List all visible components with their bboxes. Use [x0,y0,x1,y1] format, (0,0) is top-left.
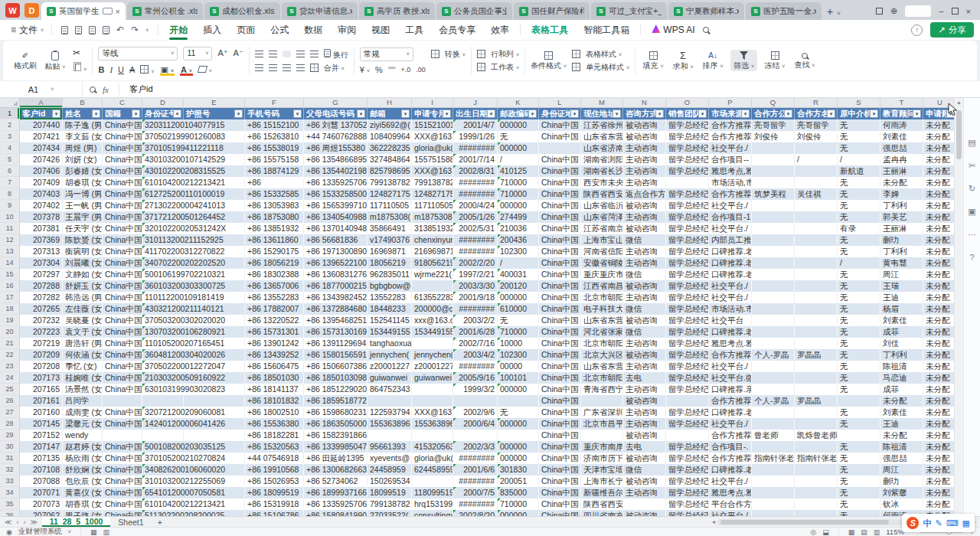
cell-F4[interactable]: +86 15538019 [245,142,304,154]
cell-J12[interactable]: ######## [453,234,498,246]
cell-P3[interactable]: 合作方推荐 [709,131,752,142]
new-document-button[interactable]: + [823,5,837,20]
cell-O31[interactable]: 留学总经纪 [666,453,709,464]
cell-U17[interactable]: 未分配 [923,292,954,303]
cell-O34[interactable]: 留学总经纪 [666,487,709,498]
cell-K20[interactable]: 710000 [498,326,539,338]
cell-B26[interactable]: 吕同学 [63,395,103,407]
row-header-27[interactable]: 27 [0,407,20,418]
cell-L21[interactable]: China中国 [539,338,581,349]
cell-G35[interactable]: +86 1335925706 [304,498,368,510]
cell-C3[interactable]: China中国 [103,131,142,142]
currency-button[interactable]: ¥ ˅ [360,66,370,74]
row-header-17[interactable]: 17 [0,292,20,303]
cell-S15[interactable]: 无 [838,269,880,280]
break-view-icon[interactable]: ▥ [874,528,880,536]
cell-I11[interactable]: 3138519326 [412,223,453,234]
cell-D4[interactable]: 370105199411221118 [142,142,184,154]
align-left-button[interactable] [255,64,263,71]
cell-C24[interactable]: China中国 [103,372,142,384]
share-button[interactable]: ↗分享 [930,22,974,38]
copy-button[interactable]: ˅ [73,63,87,74]
close-window-button[interactable]: × [966,7,971,16]
cell-G15[interactable]: +86 1360831276 [304,269,368,280]
cell-P17[interactable]: 社交平台./ [709,292,752,303]
cell-L31[interactable]: China中国 [539,453,581,464]
cell-A35[interactable]: 207073 [20,498,63,510]
cell-J3[interactable]: 1999/1/26 [453,131,498,142]
save-icon[interactable] [61,26,68,34]
row-header-26[interactable]: 26 [0,395,20,407]
strikethrough-button[interactable]: A [129,66,135,74]
cell-K15[interactable]: 400031 [498,269,539,280]
cell-K36[interactable]: 000000 [498,510,539,516]
cell-M31[interactable]: 济南市历下 [581,453,623,464]
cell-L19[interactable]: China中国 [539,315,581,326]
file-menu[interactable]: ≡ 文件 ˅ [6,24,48,37]
row-header-23[interactable]: 23 [0,361,20,372]
column-header-G[interactable]: G [304,98,368,107]
cell-I6[interactable]: XXX@163.( [412,165,453,177]
cell-M23[interactable]: 山东省东营 [581,361,623,372]
cell-I15[interactable]: wjrme221( [412,269,453,280]
cell-U15[interactable]: 未分配 [923,269,954,280]
cell-O18[interactable]: 留学总经纪 [666,303,709,315]
cell-M30[interactable]: 重庆市南岸 [581,441,623,453]
cell-M11[interactable]: 江苏省南京 [581,223,623,234]
maximize-button[interactable] [952,8,959,15]
cell-H32[interactable]: 24458959 [368,464,412,476]
cell-S23[interactable]: 无 [838,361,880,372]
cell-P23[interactable]: 社交平台./ [709,361,752,372]
cell-I3[interactable]: XXX@163.c [412,131,453,142]
cell-O15[interactable]: 留学总经纪 [666,269,709,280]
cell-P13[interactable]: 口碑推荐.老 [709,246,752,257]
cell-M26[interactable] [581,395,623,407]
cell-B33[interactable]: 包欣辰 (女 [63,476,103,487]
cell-I31[interactable]: gloria@uk( [412,453,453,464]
more-panels-icon[interactable]: ⋯ [968,230,976,240]
cell-C28[interactable]: China中国 [103,418,142,430]
column-header-E[interactable]: E [184,98,245,107]
cell-O36[interactable]: 留学总经纪 [666,510,709,516]
cell-H30[interactable]: 95661393 [368,441,412,453]
cell-F19[interactable]: +86 13220522 [245,315,304,326]
cell-C7[interactable]: China中国 [103,177,142,188]
cell-S2[interactable]: 无 [838,119,880,131]
cut-button[interactable]: ✂ [73,47,87,58]
cell-A21[interactable]: 207219 [20,338,63,349]
cell-G3[interactable]: +44 7460762888 [304,131,368,142]
cell-P19[interactable]: 社交平台 [709,315,752,326]
cell-H28[interactable]: 155363896 [368,418,412,430]
cell-I7[interactable]: 799138782 [412,177,453,188]
cell-L10[interactable]: China中国 [539,211,581,223]
cell-J7[interactable]: ######## [453,177,498,188]
cell-S5[interactable]: / [838,154,880,165]
cell-T14[interactable]: 黄韦慧 [880,257,923,269]
row-header-19[interactable]: 19 [0,315,20,326]
cell-J35[interactable]: ######## [453,498,498,510]
cell-O14[interactable]: 留学总经纪 [666,257,709,269]
cell-Q36[interactable] [752,510,795,516]
cell-G25[interactable]: +86 1851229020 [304,384,368,395]
cell-M24[interactable]: 北京市朝阳 [581,372,623,384]
cell-P32[interactable]: 口碑推荐.老 [709,464,752,476]
cell-R25[interactable] [795,384,838,395]
cell-P35[interactable]: 平台合作方 [709,498,752,510]
cell-Q14[interactable] [752,257,795,269]
cell-O5[interactable]: 留学总经纪 [666,154,709,165]
cell-D24[interactable]: 210303200509160922 [142,372,184,384]
filter-dropdown-icon[interactable]: ▾ [870,109,878,118]
cell-N10[interactable]: 主动咨询 [623,211,666,223]
document-tab[interactable]: S英国留学生× [41,2,126,20]
row-header-20[interactable]: 20 [0,326,20,338]
cell-M19[interactable]: 山东省东营 [581,315,623,326]
cell-B20[interactable]: 袁文于 (女 [63,326,103,338]
name-box-chevron-icon[interactable]: ˅ [51,87,54,92]
cell-D36[interactable]: 511302200208200025 [142,510,184,516]
row-header-36[interactable]: 36 [0,510,20,516]
menu-item-5[interactable]: 审阅 [330,20,364,40]
cell-O32[interactable]: 留学总经纪 [666,464,709,476]
cell-R36[interactable] [795,510,838,516]
cell-L18[interactable]: China中国 [539,303,581,315]
cell-C15[interactable]: China中国 [103,269,142,280]
